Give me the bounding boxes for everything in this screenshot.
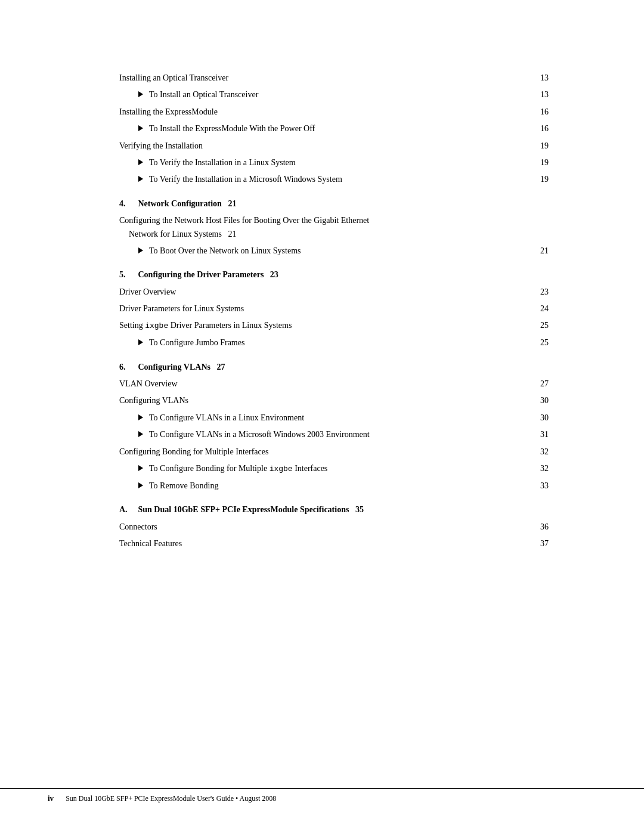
- bullet-icon: [138, 465, 143, 471]
- toc-multiline-entry: Configuring the Network Host Files for B…: [119, 214, 549, 241]
- section-header-5: 5. Configuring the Driver Parameters 23: [119, 268, 549, 281]
- entry-label: To Verify the Installation in a Microsof…: [149, 173, 535, 186]
- section-header-6: 6. Configuring VLANs 27: [119, 361, 549, 374]
- bullet-icon: [138, 91, 143, 97]
- toc-entry-indented: To Install the ExpressModule With the Po…: [138, 122, 549, 135]
- entry-page: 16: [540, 106, 549, 119]
- section-number: 5.: [119, 268, 136, 281]
- entry-page: 33: [540, 479, 549, 493]
- section-header-4: 4. Network Configuration 21: [119, 197, 549, 210]
- toc-entry: Technical Features 37: [119, 537, 549, 550]
- entry-label: To Configure Bonding for Multiple ixgbe …: [149, 462, 535, 476]
- appendix-header-a: A. Sun Dual 10GbE SFP+ PCIe ExpressModul…: [119, 503, 549, 516]
- page-footer: iv Sun Dual 10GbE SFP+ PCIe ExpressModul…: [0, 788, 644, 803]
- toc-entry: Configuring VLANs 30: [119, 394, 549, 407]
- bullet-icon: [138, 339, 143, 345]
- section-title: Configuring the Driver Parameters 23: [138, 270, 278, 279]
- appendix-a-group: A. Sun Dual 10GbE SFP+ PCIe ExpressModul…: [119, 503, 549, 550]
- toc-entry-indented-code: To Configure Bonding for Multiple ixgbe …: [138, 462, 549, 476]
- toc-entry: Installing an Optical Transceiver 13: [119, 72, 549, 85]
- entry-label: Setting ixgbe Driver Parameters in Linux…: [119, 319, 535, 333]
- section-title: Network Configuration 21: [138, 199, 237, 208]
- toc-entry-indented: To Configure VLANs in a Microsoft Window…: [138, 428, 549, 441]
- toc-group-verify: Verifying the Installation 19 To Verify …: [119, 140, 549, 187]
- section-number: 4.: [119, 197, 136, 210]
- toc-entry-indented: To Configure VLANs in a Linux Environmen…: [138, 411, 549, 425]
- entry-page: 19: [540, 173, 549, 186]
- section-number: 6.: [119, 361, 136, 374]
- entry-page: 25: [540, 319, 549, 332]
- toc-entry-indented: To Boot Over the Network on Linux System…: [138, 244, 549, 258]
- entry-label: Installing the ExpressModule: [119, 106, 535, 119]
- bullet-icon: [138, 176, 143, 182]
- bullet-icon: [138, 247, 143, 253]
- section-6-group: 6. Configuring VLANs 27 VLAN Overview 27…: [119, 361, 549, 493]
- bullet-icon: [138, 414, 143, 420]
- bullet-icon: [138, 159, 143, 165]
- entry-page: 27: [540, 377, 549, 391]
- entry-page: 13: [540, 72, 549, 85]
- appendix-title: Sun Dual 10GbE SFP+ PCIe ExpressModule S…: [138, 505, 364, 514]
- entry-label: To Configure Jumbo Frames: [149, 336, 535, 349]
- toc-entry: Installing the ExpressModule 16: [119, 106, 549, 119]
- toc-entry: Driver Parameters for Linux Systems 24: [119, 302, 549, 315]
- entry-page: 21: [540, 244, 549, 258]
- entry-label: Installing an Optical Transceiver: [119, 72, 535, 85]
- entry-page: 37: [540, 537, 549, 550]
- toc-entry-indented: To Remove Bonding 33: [138, 479, 549, 493]
- entry-page: 30: [540, 394, 549, 407]
- entry-label: Technical Features: [119, 537, 535, 550]
- toc-entry: Configuring Bonding for Multiple Interfa…: [119, 445, 549, 459]
- page-container: Installing an Optical Transceiver 13 To …: [0, 0, 644, 833]
- bullet-icon: [138, 482, 143, 488]
- entry-label: To Configure VLANs in a Linux Environmen…: [149, 411, 535, 425]
- section-5-group: 5. Configuring the Driver Parameters 23 …: [119, 268, 549, 349]
- section-4-group: 4. Network Configuration 21 Configuring …: [119, 197, 549, 258]
- bullet-icon: [138, 431, 143, 437]
- section-title: Configuring VLANs 27: [138, 363, 225, 371]
- entry-page: 31: [540, 428, 549, 441]
- footer-text: Sun Dual 10GbE SFP+ PCIe ExpressModule U…: [66, 794, 276, 803]
- toc-entry: VLAN Overview 27: [119, 377, 549, 391]
- entry-page: 19: [540, 156, 549, 169]
- entry-label: Verifying the Installation: [119, 140, 535, 153]
- content-area: Installing an Optical Transceiver 13 To …: [119, 72, 549, 550]
- appendix-letter: A.: [119, 503, 136, 516]
- entry-page: 25: [540, 336, 549, 349]
- toc-entry: Driver Overview 23: [119, 286, 549, 299]
- entry-page: 13: [540, 88, 549, 101]
- entry-page: 32: [540, 445, 549, 459]
- entry-label: To Boot Over the Network on Linux System…: [149, 244, 535, 258]
- footer-page-number: iv: [48, 794, 54, 803]
- entry-label: To Install the ExpressModule With the Po…: [149, 122, 535, 135]
- entry-label: To Remove Bonding: [149, 479, 535, 493]
- code-ixgbe: ixgbe: [270, 465, 293, 473]
- entry-label-line1: Configuring the Network Host Files for B…: [119, 216, 369, 225]
- entry-page: 32: [540, 462, 549, 475]
- entry-label: Driver Overview: [119, 286, 535, 299]
- bullet-icon: [138, 125, 143, 131]
- entry-label: Configuring VLANs: [119, 394, 535, 407]
- toc-entry-indented: To Verify the Installation in a Microsof…: [138, 173, 549, 186]
- entry-label-line2: Network for Linux Systems 21: [129, 228, 549, 241]
- toc-entry-code: Setting ixgbe Driver Parameters in Linux…: [119, 319, 549, 333]
- entry-page: 30: [540, 411, 549, 425]
- entry-page: 36: [540, 521, 549, 534]
- entry-page: 23: [540, 286, 549, 299]
- toc-entry: Verifying the Installation 19: [119, 140, 549, 153]
- entry-label: Connectors: [119, 521, 535, 534]
- entry-page: 24: [540, 302, 549, 315]
- entry-label: Driver Parameters for Linux Systems: [119, 302, 535, 315]
- entry-label: Configuring Bonding for Multiple Interfa…: [119, 445, 535, 459]
- toc-entry-indented: To Configure Jumbo Frames 25: [138, 336, 549, 349]
- entry-label: To Install an Optical Transceiver: [149, 88, 535, 101]
- toc-entry: Connectors 36: [119, 521, 549, 534]
- toc-entry-indented: To Install an Optical Transceiver 13: [138, 88, 549, 101]
- entry-page: 16: [540, 122, 549, 135]
- code-ixgbe: ixgbe: [145, 321, 168, 330]
- entry-label: To Verify the Installation in a Linux Sy…: [149, 156, 535, 169]
- toc-group-expressmodule: Installing the ExpressModule 16 To Insta…: [119, 106, 549, 136]
- entry-label: VLAN Overview: [119, 377, 535, 391]
- entry-label: To Configure VLANs in a Microsoft Window…: [149, 428, 535, 441]
- entry-page: 19: [540, 140, 549, 153]
